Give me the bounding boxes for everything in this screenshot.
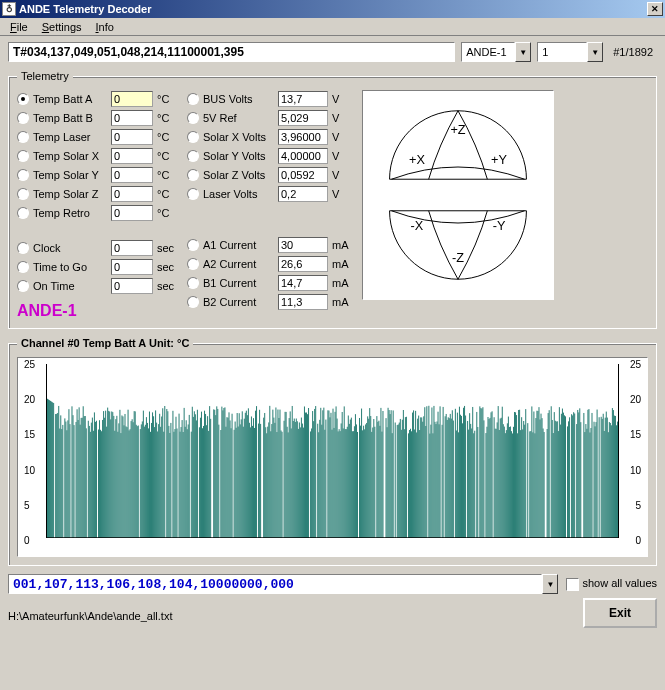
svg-rect-275 [321, 425, 322, 538]
svg-rect-564 [616, 425, 617, 538]
svg-rect-245 [291, 428, 292, 538]
radio-button[interactable] [187, 93, 199, 105]
telemetry-row: 5V Ref5,029V [187, 109, 354, 126]
device-name: ANDE-1 [17, 302, 179, 320]
svg-rect-322 [369, 408, 370, 538]
svg-rect-474 [524, 425, 525, 538]
svg-rect-86 [129, 430, 130, 538]
svg-rect-10 [51, 402, 52, 538]
svg-rect-382 [430, 425, 431, 538]
radio-button[interactable] [17, 169, 29, 181]
svg-rect-368 [416, 432, 417, 538]
radio-button[interactable] [17, 188, 29, 200]
radio-button[interactable] [187, 277, 199, 289]
svg-rect-402 [451, 419, 452, 538]
svg-rect-103 [146, 417, 147, 538]
svg-text:+Z: +Z [450, 122, 465, 137]
svg-rect-282 [328, 411, 329, 538]
svg-rect-41 [83, 406, 84, 538]
svg-rect-357 [405, 417, 406, 538]
radio-button[interactable] [17, 131, 29, 143]
svg-rect-319 [366, 423, 367, 538]
svg-rect-66 [108, 411, 109, 538]
menu-file[interactable]: File [4, 19, 34, 35]
svg-rect-506 [557, 421, 558, 538]
radio-button[interactable] [17, 207, 29, 219]
radio-button[interactable] [187, 150, 199, 162]
svg-rect-34 [76, 422, 77, 538]
svg-rect-305 [352, 431, 353, 538]
svg-rect-236 [282, 432, 283, 538]
svg-rect-106 [149, 412, 150, 538]
svg-rect-44 [86, 428, 87, 538]
svg-rect-501 [552, 420, 553, 538]
svg-rect-30 [71, 406, 72, 538]
radio-button[interactable] [187, 169, 199, 181]
svg-rect-12 [53, 403, 54, 538]
record-dropdown[interactable]: ▼ [8, 574, 558, 594]
chevron-down-icon[interactable]: ▼ [587, 42, 603, 62]
svg-rect-7 [48, 399, 49, 538]
svg-rect-553 [605, 418, 606, 538]
telemetry-row: A1 Current30mA [187, 236, 354, 253]
svg-rect-171 [215, 415, 216, 538]
field-label: Temp Laser [33, 131, 111, 143]
radio-button[interactable] [17, 150, 29, 162]
raw-packet-input[interactable] [8, 42, 455, 62]
index-select[interactable]: ▼ [537, 42, 603, 62]
chevron-down-icon[interactable]: ▼ [542, 574, 558, 594]
device-select[interactable]: ▼ [461, 42, 531, 62]
svg-rect-207 [252, 426, 253, 538]
svg-rect-195 [240, 424, 241, 538]
svg-rect-533 [584, 432, 585, 538]
radio-button[interactable] [17, 242, 29, 254]
svg-rect-509 [560, 425, 561, 538]
svg-rect-465 [515, 412, 516, 538]
svg-rect-151 [195, 414, 196, 538]
radio-button[interactable] [187, 296, 199, 308]
menu-settings[interactable]: Settings [36, 19, 88, 35]
svg-rect-194 [239, 413, 240, 538]
svg-rect-431 [480, 408, 481, 538]
svg-text:-X: -X [411, 218, 424, 233]
chevron-down-icon[interactable]: ▼ [515, 42, 531, 62]
sphere-top: +Z +X +Y [368, 101, 548, 189]
svg-rect-300 [347, 427, 348, 538]
radio-button[interactable] [187, 112, 199, 124]
radio-button[interactable] [17, 112, 29, 124]
radio-button[interactable] [187, 188, 199, 200]
telemetry-row: Temp Batt B0°C [17, 109, 179, 126]
svg-rect-203 [248, 408, 249, 538]
unit-label: V [332, 93, 354, 105]
svg-rect-67 [109, 412, 110, 538]
show-all-checkbox[interactable]: show all values [566, 577, 657, 591]
exit-button[interactable]: Exit [583, 598, 657, 628]
svg-rect-318 [365, 424, 366, 538]
svg-rect-316 [363, 426, 364, 538]
svg-rect-116 [159, 414, 160, 538]
svg-rect-545 [597, 410, 598, 538]
svg-rect-287 [334, 428, 335, 538]
svg-rect-502 [553, 433, 554, 538]
radio-button[interactable] [187, 239, 199, 251]
svg-rect-380 [428, 406, 429, 538]
svg-rect-174 [218, 425, 219, 538]
svg-rect-251 [297, 421, 298, 538]
svg-rect-463 [513, 427, 514, 538]
svg-rect-349 [397, 425, 398, 538]
radio-button[interactable] [187, 131, 199, 143]
radio-button[interactable] [17, 261, 29, 273]
svg-rect-331 [378, 421, 379, 538]
menu-info[interactable]: Info [90, 19, 120, 35]
svg-rect-160 [204, 411, 205, 538]
svg-rect-35 [77, 409, 78, 538]
checkbox-icon[interactable] [566, 578, 579, 591]
close-button[interactable]: ✕ [647, 2, 663, 16]
radio-button[interactable] [17, 280, 29, 292]
svg-rect-94 [137, 426, 138, 538]
radio-button[interactable] [187, 258, 199, 270]
svg-rect-190 [235, 422, 236, 538]
svg-rect-439 [489, 419, 490, 538]
svg-rect-213 [258, 424, 259, 538]
radio-button[interactable] [17, 93, 29, 105]
